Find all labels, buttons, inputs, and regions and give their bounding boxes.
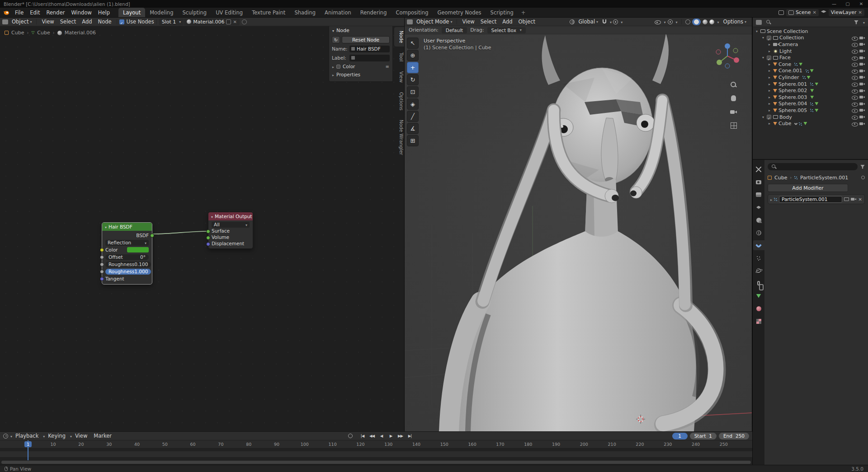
hide-viewport-toggle[interactable]	[852, 81, 858, 87]
disable-render-toggle[interactable]	[859, 36, 865, 40]
view-layer-properties-tab[interactable]	[753, 202, 764, 212]
collection-checkbox[interactable]	[767, 115, 771, 119]
viewport-canvas[interactable]: User Perspective (1) Scene Collection | …	[405, 34, 752, 431]
outliner-row[interactable]: ▸Cone.001	[753, 68, 868, 75]
expand-toggle[interactable]: ▾	[761, 115, 765, 119]
timeline-scrollbar[interactable]	[1, 461, 751, 464]
bsdf-output-socket[interactable]	[150, 234, 154, 238]
hide-viewport-toggle[interactable]	[852, 42, 858, 47]
breadcrumb-modifier[interactable]: ParticleSystem.001	[800, 175, 848, 181]
display-viewport-toggle[interactable]	[844, 197, 849, 201]
prev-keyframe-button[interactable]: ◀◀	[368, 434, 375, 438]
current-frame-field[interactable]: 1	[672, 433, 688, 439]
node-label-field[interactable]	[349, 55, 390, 61]
workspace-tab-scripting[interactable]: Scripting	[486, 8, 518, 17]
hide-viewport-toggle[interactable]	[852, 61, 858, 67]
close-button[interactable]: ✕	[854, 0, 868, 8]
outliner-row[interactable]: ▸Sphere.003	[753, 94, 868, 101]
expand-toggle[interactable]: ▸	[767, 69, 772, 73]
render-properties-tab[interactable]	[753, 177, 764, 187]
outliner-row[interactable]: ▸Light	[753, 48, 868, 55]
modifiers-properties-tab[interactable]	[753, 240, 764, 250]
tl-menu-marker[interactable]: Marker	[90, 433, 115, 439]
input-socket[interactable]	[100, 277, 104, 281]
value-slider[interactable]: Offset0°	[105, 254, 149, 260]
expand-toggle[interactable]: ▸	[767, 82, 772, 86]
tl-menu-keying[interactable]: Keying	[45, 433, 69, 439]
vp-menu-select[interactable]: Select	[478, 19, 499, 25]
rendered-shading-icon[interactable]	[709, 19, 714, 24]
add-cube-tool[interactable]: ⊞	[407, 135, 419, 146]
expand-toggle[interactable]: ▸	[767, 49, 772, 53]
blender-logo-icon[interactable]	[3, 9, 9, 16]
refresh-icon[interactable]	[332, 36, 340, 43]
filter-icon[interactable]	[854, 20, 859, 24]
expand-toggle[interactable]: ▸	[767, 75, 772, 79]
workspace-tab-shading[interactable]: Shading	[290, 8, 320, 17]
value-slider[interactable]: Roughness0.100	[105, 262, 151, 267]
sidebar-tab-view[interactable]: View	[394, 68, 404, 86]
disable-render-toggle[interactable]	[859, 82, 865, 86]
add-modifier-button[interactable]: Add Modifier	[768, 184, 848, 192]
menu-icon[interactable]	[386, 64, 389, 69]
disable-render-toggle[interactable]	[859, 49, 865, 53]
material-properties-tab[interactable]	[753, 304, 764, 313]
viewlayer-selector[interactable]: ViewLayer ✕	[829, 9, 864, 16]
filter-dropdown[interactable]	[862, 19, 865, 25]
outliner-row[interactable]: ▸Camera	[753, 41, 868, 48]
world-properties-tab[interactable]	[753, 228, 764, 238]
disable-render-toggle[interactable]	[859, 89, 865, 93]
measure-tool[interactable]: ∡	[407, 123, 419, 134]
value-slider[interactable]: Roughness1.000	[105, 269, 151, 275]
disable-render-toggle[interactable]	[859, 62, 865, 66]
hide-viewport-toggle[interactable]	[852, 55, 858, 61]
texture-properties-tab[interactable]	[753, 316, 764, 326]
modifier-panel-header[interactable]: ParticleSystem.001 ✕	[768, 194, 865, 204]
zoom-icon[interactable]	[730, 81, 737, 89]
particles-properties-tab[interactable]	[753, 253, 764, 263]
rotate-tool[interactable]: ↻	[407, 74, 419, 85]
expand-toggle[interactable]: ▸	[767, 89, 772, 93]
outliner-row[interactable]: ▾Body	[753, 114, 868, 121]
editor-type-icon[interactable]	[2, 19, 8, 24]
node-menu-select[interactable]: Select	[57, 19, 79, 25]
hide-viewport-toggle[interactable]	[852, 75, 858, 80]
vp-menu-view[interactable]: View	[459, 19, 477, 25]
outliner-row[interactable]: ▸Cube	[753, 120, 868, 127]
pan-icon[interactable]	[730, 95, 737, 102]
jump-start-button[interactable]: |◀	[359, 434, 366, 438]
reset-node-button[interactable]: Reset Node	[342, 36, 390, 43]
jump-end-button[interactable]: ▶|	[406, 434, 413, 438]
hide-viewport-toggle[interactable]	[852, 107, 858, 113]
color-swatch[interactable]	[127, 247, 149, 252]
color-checkbox[interactable]	[336, 65, 340, 69]
hide-viewport-toggle[interactable]	[852, 48, 858, 54]
scale-tool[interactable]: ⊡	[407, 86, 419, 98]
input-socket[interactable]	[100, 270, 104, 274]
pin-icon[interactable]	[861, 176, 865, 179]
material-output-node[interactable]: Material Output All SurfaceVolumeDisplac…	[208, 212, 253, 249]
outliner-row[interactable]: ▸Sphere.001	[753, 81, 868, 88]
timeline-ruler[interactable]: 1020304050607080901001101201301401501601…	[0, 440, 752, 449]
expand-toggle[interactable]: ▸	[767, 62, 772, 66]
outliner-row[interactable]: ▾Scene Collection	[753, 28, 868, 35]
tool-properties-tab[interactable]	[753, 164, 764, 174]
expand-toggle[interactable]: ▸	[767, 108, 772, 112]
node-menu-add[interactable]: Add	[79, 19, 94, 25]
overlays-icon[interactable]	[668, 19, 673, 24]
input-socket[interactable]	[100, 255, 104, 259]
menu-edit[interactable]: Edit	[27, 9, 43, 16]
outliner-row[interactable]: ▸Cylinder	[753, 74, 868, 81]
modifier-name-field[interactable]: ParticleSystem.001	[779, 196, 842, 203]
unlink-scene-icon[interactable]: ✕	[812, 10, 816, 15]
vp-menu-add[interactable]: Add	[500, 19, 515, 25]
hide-viewport-toggle[interactable]	[852, 88, 858, 93]
material-shading-icon[interactable]	[703, 19, 708, 24]
workspace-tab-modeling[interactable]: Modeling	[145, 8, 178, 17]
object-data-properties-tab[interactable]	[753, 291, 764, 301]
end-frame-field[interactable]: End250	[719, 433, 749, 439]
expand-toggle[interactable]: ▾	[761, 36, 765, 40]
screen-layout-icon[interactable]	[778, 10, 784, 15]
select-box-tool[interactable]: ↖	[407, 37, 419, 49]
expand-toggle[interactable]: ▸	[767, 122, 772, 126]
